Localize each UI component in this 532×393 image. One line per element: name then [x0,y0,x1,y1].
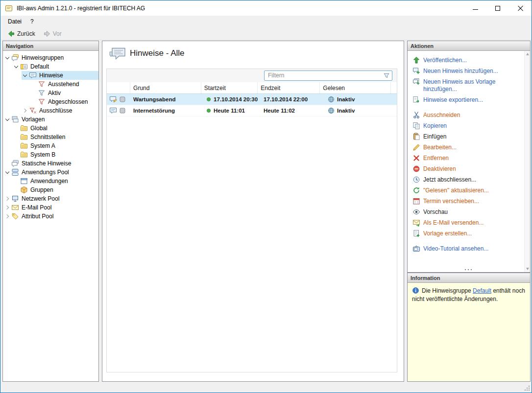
chevron-down-icon[interactable] [4,116,11,123]
hint-icon [109,107,117,115]
chevron-right-icon[interactable] [4,195,11,203]
tree-item-label: Hinweise [39,71,65,80]
tree-item-row: Abgeschlossen [30,97,98,106]
action-bearbeiten[interactable]: Bearbeiten... [412,142,515,153]
maximize-button[interactable] [486,0,509,16]
action-label: Kopieren [423,122,447,130]
tree-item-row: Gruppen [13,185,98,194]
tree-item-system-b[interactable]: System B [3,150,98,159]
chevron-down-icon[interactable] [4,168,11,176]
tree-item-default[interactable]: Default [3,62,98,71]
tree-item-label: Vorlagen [21,116,47,124]
filter-funnel-icon[interactable] [383,71,390,79]
minimize-button[interactable] [464,0,486,16]
action-kopieren[interactable]: Kopieren [412,120,515,131]
action-entfernen[interactable]: Entfernen [412,153,515,163]
toolbar: Zurück Vor [0,27,532,40]
menu-datei[interactable]: Datei [3,17,26,26]
tree-item-hinweisgruppen[interactable]: Hinweisgruppen [3,53,98,62]
menu-help[interactable]: ? [26,17,38,26]
resize-grip-icon[interactable] [523,384,530,391]
action-als-e-mail-versenden[interactable]: Als E-Mail versenden... [412,217,515,228]
tree-item-label: Attribut Pool [21,212,55,221]
action-deaktivieren[interactable]: Deaktivieren [412,163,515,174]
column-header-icons[interactable] [107,82,130,93]
tree-item-aktiv[interactable]: Aktiv [3,89,98,97]
column-header-gelesen[interactable]: Gelesen [320,82,391,93]
action-ausschneiden[interactable]: Ausschneiden [412,110,515,120]
action-vorlage-erstellen[interactable]: Vorlage erstellen... [412,228,515,239]
action-gelesen-aktualisieren[interactable]: "Gelesen" aktualisieren... [412,185,515,196]
tree-item-attribut-pool[interactable]: Attribut Pool [3,212,98,221]
tree-indent [3,124,13,133]
splitter-grip-icon[interactable] [465,269,473,271]
tree-item-vorlagen[interactable]: Vorlagen [3,115,98,124]
action-neuen-hinweis-aus-vorlage-hinzufuegen[interactable]: Neuen Hinweis aus Vorlage hinzufügen... [412,76,515,94]
action-vorschau[interactable]: Vorschau [412,207,515,217]
chevron-down-icon[interactable] [13,63,20,70]
tree-item-statische-hinweise[interactable]: Statische Hinweise [3,159,98,168]
gelesen-value: Inaktiv [337,108,355,114]
table-row-internetstoerung[interactable]: InternetstörungHeute 11:01Heute 11:02Ina… [107,105,397,116]
info-icon [412,287,419,294]
tree-item-system-a[interactable]: System A [3,141,98,150]
action-hinweise-exportieren[interactable]: Hinweise exportieren... [412,94,515,105]
tree-item-label: Default [30,63,51,71]
tree-item-gruppen[interactable]: Gruppen [3,185,98,194]
preview-icon [412,208,420,216]
filter-field [264,70,392,81]
chevron-down-icon[interactable] [4,54,11,62]
chevron-down-icon[interactable] [22,71,29,79]
tree-item-schnittstellen[interactable]: Schnittstellen [3,133,98,141]
action-veroeffentlichen[interactable]: Veröffentlichen... [412,55,515,66]
forward-button[interactable]: Vor [40,29,65,39]
tree-item-label: Aktiv [48,89,63,97]
tree-item-row: Ausstehend [30,80,98,89]
tree-item-netzwerk-pool[interactable]: Netzwerk Pool [3,194,98,203]
tree-item-ausschluesse[interactable]: Ausschlüsse [3,106,98,115]
action-neuen-hinweis-hinzufuegen[interactable]: Neuen Hinweis hinzufügen... [412,66,515,76]
gelesen-value: Inaktiv [337,96,355,102]
close-button[interactable] [509,0,532,16]
tree-indent [3,97,30,106]
tree-item-global[interactable]: Global [3,124,98,133]
column-header-endzeit[interactable]: Endzeit [258,82,320,93]
default-group-link[interactable]: Default [473,287,491,294]
actions-scrollbar[interactable] [524,51,530,272]
action-label: Jetzt abschliessen... [423,176,476,184]
send-email-icon [412,219,420,227]
tree-item-anwendungen[interactable]: Anwendungen [3,177,98,185]
tree-item-anwendungs-pool[interactable]: Anwendungs Pool [3,168,98,177]
column-header-startzeit[interactable]: Startzeit [201,82,258,93]
tree-item-label: Ausschlüsse [39,107,74,115]
tree-item-hinweise[interactable]: Hinweise [3,71,98,80]
chevron-right-icon[interactable] [4,212,11,220]
table-row-wartungsabend[interactable]: Wartungsabend17.10.2014 20:3017.10.2014 … [107,94,397,105]
filter-input[interactable] [264,70,392,81]
actions-panel-header: Aktionen [408,41,530,51]
tree-spacer [30,89,38,97]
tree-indent [3,150,13,159]
tree-item-e-mail-pool[interactable]: E-Mail Pool [3,203,98,212]
action-video-tutorial-ansehen[interactable]: Video-Tutorial ansehen... [412,243,515,254]
tree-indent [3,71,22,80]
action-termin-verschieben[interactable]: Termin verschieben... [412,196,515,207]
scroll-up-icon[interactable] [526,53,529,55]
folder-icon [20,124,28,132]
chevron-right-icon[interactable] [4,204,11,211]
green-dot-icon [206,108,212,114]
row-icons [107,105,131,116]
globe-icon [327,107,335,115]
action-label: Als E-Mail versenden... [423,219,484,227]
scroll-down-icon[interactable] [526,268,529,270]
tree-item-ausstehend[interactable]: Ausstehend [3,80,98,89]
column-header-grund[interactable]: Grund [130,82,201,93]
back-button[interactable]: Zurück [4,29,38,39]
action-jetzt-abschliessen[interactable]: Jetzt abschliessen... [412,174,515,185]
cell-endzeit: 17.10.2014 22:00 [261,94,325,105]
tree-spacer [13,142,20,150]
action-label: Neuen Hinweis aus Vorlage hinzufügen... [423,78,515,93]
action-einfuegen[interactable]: Einfügen [412,131,515,142]
chevron-right-icon[interactable] [22,107,29,115]
tree-item-abgeschlossen[interactable]: Abgeschlossen [3,97,98,106]
